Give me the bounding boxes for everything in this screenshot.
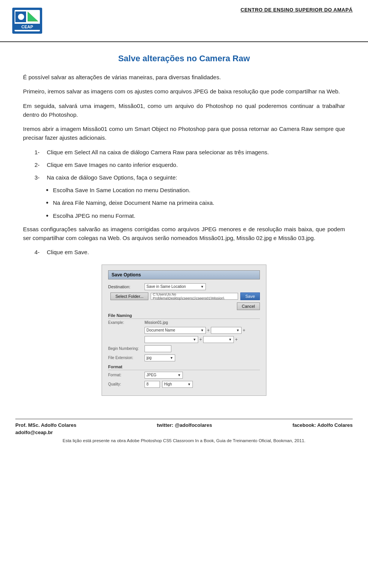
ss-cancel-label: Cancel: [242, 304, 255, 309]
ss-destination-select[interactable]: Save in Same Location ▼: [145, 283, 206, 290]
ss-file-ext-label: File Extension:: [108, 356, 145, 360]
bullet-dot-3: •: [46, 211, 53, 221]
header-title-area: CENTRO DE ENSINO SUPERIOR DO AMAPÁ: [46, 7, 353, 14]
bullet-3-text: Escolha JPEG no menu Format.: [53, 211, 135, 220]
page-title: Salve alterações no Camera Raw: [23, 54, 345, 64]
step-2-text: Clique em Save Images no canto inferior …: [47, 160, 178, 169]
bullet-dot-2: •: [46, 198, 53, 208]
ss-format-row: Format: JPEG ▼: [108, 372, 260, 379]
paragraph-3: Em seguida, salvará uma imagem, Missão01…: [23, 101, 345, 119]
ss-naming-select3[interactable]: ▼: [203, 336, 234, 343]
ss-format-value: JPEG: [146, 373, 156, 377]
ss-select-folder-button[interactable]: Select Folder...: [110, 292, 148, 300]
ss-file-naming-section: File Naming: [108, 313, 260, 319]
ss-file-ext-value: jpg: [146, 356, 151, 360]
step-1-text: Clique em Select All na caixa de diálogo…: [47, 148, 269, 157]
bullet-2-text: Na área File Naming, deixe Document Name…: [53, 198, 214, 207]
bullet-3: • Escolha JPEG no menu Format.: [46, 211, 345, 221]
ss-destination-arrow: ▼: [200, 285, 204, 289]
ss-save-button[interactable]: Save: [240, 292, 260, 300]
ss-begin-label: Begin Numbering:: [108, 346, 145, 351]
page: CEAP CENTRO DE ENSINO SUPERIOR DO AMAPÁ …: [0, 0, 368, 588]
footer-email: adolfo@ceap.br: [15, 430, 53, 435]
ss-file-ext-select[interactable]: jpg ▼: [145, 354, 175, 361]
ss-destination-row: Destination: Save in Same Location ▼: [108, 283, 260, 290]
paragraph-after: Essas configurações salvarão as imagens …: [23, 225, 345, 243]
ss-quality-row: Quality: 8 High ▼: [108, 381, 260, 388]
ss-quality-value: 8: [146, 382, 149, 386]
footer-main: Prof. MSc. Adolfo Colares twitter: @adol…: [15, 422, 353, 428]
header: CEAP CENTRO DE ENSINO SUPERIOR DO AMAPÁ: [0, 0, 368, 42]
ss-save-label: Save: [245, 294, 255, 299]
bullet-2: • Na área File Naming, deixe Document Na…: [46, 198, 345, 208]
svg-text:CEAP: CEAP: [21, 24, 33, 29]
ss-naming-select2[interactable]: ▼: [145, 336, 198, 343]
ss-format-label: Format:: [108, 373, 145, 377]
ss-path-value: C:\Users\Jo.No Problema\Desktop\cseens1\…: [153, 292, 236, 300]
paragraph-1: É possível salvar as alterações de vária…: [23, 73, 345, 82]
ss-path-field[interactable]: C:\Users\Jo.No Problema\Desktop\cseens1\…: [151, 293, 238, 300]
ss-destination-value: Save in Same Location: [146, 284, 186, 289]
ss-docname-row: Document Name ▼ + ▼ +: [108, 327, 260, 334]
step-3: 3- Na caixa de diálogo Save Options, faç…: [34, 173, 345, 182]
ss-example-label: Example:: [108, 320, 145, 325]
paragraph-2: Primeiro, iremos salvar as imagens com o…: [23, 87, 345, 96]
ss-begin-field[interactable]: [145, 345, 171, 352]
main-content: Salve alterações no Camera Raw É possíve…: [0, 42, 368, 415]
ss-example-row: Example: Mission01.jpg: [108, 320, 260, 325]
ss-folder-row: Select Folder... C:\Users\Jo.No Problema…: [108, 292, 260, 300]
step-3-text: Na caixa de diálogo Save Options, faça o…: [47, 173, 177, 182]
ss-second-naming-row: ▼ + ▼ +: [108, 336, 260, 343]
svg-point-6: [18, 14, 24, 20]
ss-cancel-button[interactable]: Cancel: [237, 302, 260, 310]
logo-container: CEAP: [12, 7, 46, 38]
ss-docname-select2[interactable]: ▼: [211, 327, 242, 334]
ss-destination-label: Destination:: [108, 284, 145, 289]
bullet-dot-1: •: [46, 186, 53, 195]
ss-cancel-row: Cancel: [108, 302, 260, 310]
ss-select-folder-label: Select Folder...: [115, 294, 143, 299]
paragraph-4: Iremos abrir a imagem Missão01 como um S…: [23, 124, 345, 142]
header-title: CENTRO DE ENSINO SUPERIOR DO AMAPÁ: [241, 7, 353, 13]
footer-twitter: twitter: @adolfocolares: [157, 422, 212, 428]
ss-docname-arrow: ▼: [200, 328, 204, 332]
ss-format-select[interactable]: JPEG ▼: [145, 372, 183, 379]
step-4: 4- Clique em Save.: [34, 248, 345, 256]
footer: Prof. MSc. Adolfo Colares twitter: @adol…: [15, 419, 353, 444]
ss-plus-2: +: [243, 328, 245, 333]
ceap-logo: CEAP: [12, 7, 44, 36]
bullet-list: • Escolha Save In Same Location no menu …: [46, 186, 345, 221]
ss-quality-desc: High: [164, 382, 172, 386]
step-1-number: 1-: [34, 148, 47, 157]
screenshot-container: Save Options Destination: Save in Same L…: [23, 265, 345, 396]
ss-file-ext-row: File Extension: jpg ▼: [108, 354, 260, 361]
ss-format-section: Format: [108, 364, 260, 370]
ss-title-bar: Save Options: [108, 270, 260, 279]
ss-begin-numbering-row: Begin Numbering:: [108, 345, 260, 352]
bullet-1-text: Escolha Save In Same Location no menu De…: [53, 186, 191, 194]
step-4-number: 4-: [34, 248, 47, 256]
numbered-list: 1- Clique em Select All na caixa de diál…: [34, 148, 345, 182]
step-4-container: 4- Clique em Save.: [34, 248, 345, 256]
bullet-1: • Escolha Save In Same Location no menu …: [46, 186, 345, 195]
footer-note: Esta lição está presente na obra Adobe P…: [15, 438, 353, 444]
step-2: 2- Clique em Save Images no canto inferi…: [34, 160, 345, 169]
ss-plus-1: +: [207, 328, 210, 333]
ss-docname-select[interactable]: Document Name ▼: [145, 327, 206, 334]
ss-quality-label: Quality:: [108, 382, 145, 386]
ss-quality-field[interactable]: 8: [145, 381, 160, 388]
step-4-text: Clique em Save.: [47, 248, 89, 256]
step-2-number: 2-: [34, 160, 47, 169]
footer-professor: Prof. MSc. Adolfo Colares: [15, 422, 76, 428]
ss-title: Save Options: [112, 272, 141, 278]
step-3-number: 3-: [34, 173, 47, 182]
footer-email-row: adolfo@ceap.br: [15, 430, 353, 435]
ss-docname-value: Document Name: [146, 328, 175, 332]
ss-example-value: Mission01.jpg: [145, 320, 168, 325]
ss-quality-desc-select[interactable]: High ▼: [162, 381, 193, 388]
footer-facebook: facebook: Adolfo Colares: [292, 422, 353, 428]
step-1: 1- Clique em Select All na caixa de diál…: [34, 148, 345, 157]
screenshot-box: Save Options Destination: Save in Same L…: [102, 265, 266, 396]
